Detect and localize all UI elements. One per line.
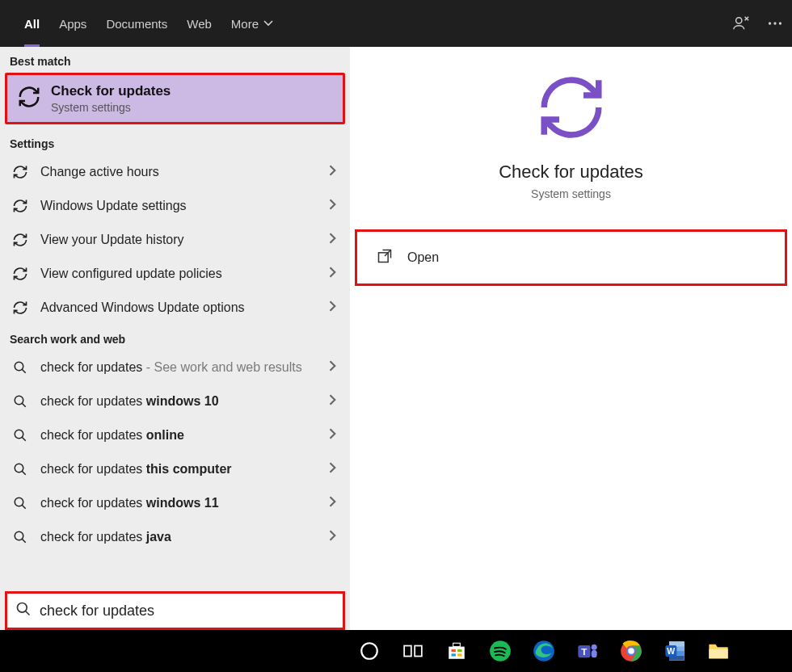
preview-title: Check for updates [499,162,643,183]
web-suggestion[interactable]: check for updates windows 11 [0,486,350,520]
settings-item-label: View your Update history [40,233,184,247]
search-icon [11,460,29,478]
taskbar: T W [0,630,792,672]
svg-rect-17 [452,649,456,652]
svg-rect-18 [457,649,461,652]
open-external-icon [377,248,393,267]
web-suggestion[interactable]: check for updates - See work and web res… [0,351,350,384]
web-suggestion-label: check for updates online [40,428,184,443]
svg-point-25 [592,645,597,650]
svg-point-0 [736,18,742,23]
search-icon [15,601,32,620]
web-suggestion[interactable]: check for updates windows 10 [0,384,350,418]
settings-item[interactable]: View configured update policies [0,257,350,291]
web-suggestion-label: check for updates - See work and web res… [40,360,302,375]
svg-point-29 [628,648,634,653]
tab-all[interactable]: All [15,0,49,47]
preview-subtitle: System settings [531,187,611,200]
settings-item[interactable]: Windows Update settings [0,189,350,223]
search-icon [11,528,29,546]
chevron-right-icon [327,530,339,544]
settings-item-label: Windows Update settings [40,199,187,213]
svg-point-4 [15,362,23,371]
open-action-label: Open [407,250,439,265]
chevron-right-icon [327,199,339,213]
best-match-result[interactable]: Check for updates System settings [5,73,345,124]
search-icon [11,393,29,410]
svg-point-3 [779,22,781,24]
chevron-right-icon [327,300,339,315]
svg-point-9 [15,531,23,540]
feedback-icon[interactable] [732,15,750,32]
settings-item-label: Change active hours [40,165,159,179]
chevron-right-icon [327,233,339,247]
refresh-icon [11,163,29,181]
svg-point-7 [15,464,23,472]
settings-item[interactable]: Change active hours [0,155,350,189]
refresh-icon [17,85,41,112]
tab-web[interactable]: Web [177,0,221,47]
svg-rect-37 [709,649,727,659]
chevron-down-icon [263,17,273,31]
settings-item-label: Advanced Windows Update options [40,300,245,315]
svg-point-11 [18,603,27,613]
results-panel: Best match Check for updates System sett… [0,47,350,630]
cortana-icon[interactable] [356,637,383,665]
search-scope-tabs: All Apps Documents Web More [0,0,792,47]
svg-point-8 [15,498,23,506]
svg-point-2 [773,22,776,24]
spotify-icon[interactable] [487,637,514,665]
section-header-web: Search work and web [0,325,350,351]
task-view-icon[interactable] [399,637,427,665]
web-suggestion-label: check for updates windows 11 [40,496,219,510]
refresh-icon [11,197,29,215]
settings-item-label: View configured update policies [40,267,222,281]
best-match-subtitle: System settings [51,101,171,114]
svg-rect-13 [404,646,411,657]
word-icon[interactable]: W [661,637,689,665]
refresh-icon [11,265,29,283]
preview-panel: Check for updates System settings Open [350,47,792,630]
chevron-right-icon [327,360,339,375]
svg-point-5 [15,396,23,405]
file-explorer-icon[interactable] [705,637,732,665]
section-header-best-match: Best match [0,47,350,73]
web-suggestion-label: check for updates java [40,530,171,544]
open-action[interactable]: Open [355,229,787,286]
chevron-right-icon [327,165,339,179]
web-suggestion-label: check for updates windows 10 [40,394,219,409]
svg-point-6 [15,430,23,439]
search-icon [11,359,29,376]
svg-text:W: W [667,646,675,656]
search-icon [11,426,29,444]
tab-more[interactable]: More [221,0,283,47]
search-input[interactable] [40,603,335,620]
tab-documents[interactable]: Documents [96,0,177,47]
chevron-right-icon [327,267,339,281]
settings-item[interactable]: View your Update history [0,223,350,257]
refresh-icon [535,71,608,147]
tab-apps[interactable]: Apps [49,0,96,47]
more-icon[interactable] [766,15,784,32]
refresh-icon [11,299,29,317]
web-suggestion[interactable]: check for updates java [0,520,350,554]
edge-icon[interactable] [530,637,558,665]
settings-item[interactable]: Advanced Windows Update options [0,291,350,325]
refresh-icon [11,231,29,249]
chevron-right-icon [327,394,339,409]
section-header-settings: Settings [0,129,350,155]
svg-rect-20 [457,653,461,656]
store-icon[interactable] [443,637,470,665]
svg-text:T: T [581,646,587,657]
web-suggestion[interactable]: check for updates this computer [0,452,350,486]
best-match-title: Check for updates [51,83,171,99]
chrome-icon[interactable] [617,637,645,665]
svg-point-12 [361,643,377,659]
chevron-right-icon [327,428,339,443]
search-box[interactable] [5,591,345,630]
teams-icon[interactable]: T [574,637,601,665]
svg-rect-14 [415,646,422,657]
search-icon [11,494,29,512]
web-suggestion[interactable]: check for updates online [0,418,350,452]
chevron-right-icon [327,462,339,477]
